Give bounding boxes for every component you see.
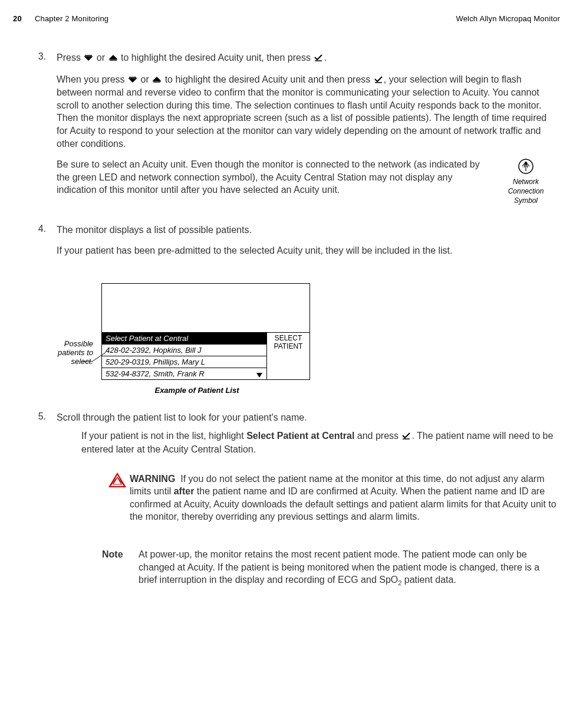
network-connection-callout: Network Connection Symbol	[495, 158, 556, 206]
down-arrow-icon	[127, 74, 138, 87]
step3-p2-b: or	[141, 74, 149, 84]
down-arrow-icon	[83, 52, 94, 65]
step3-text-a: Press	[57, 53, 81, 63]
callout-l2: patients to	[17, 348, 93, 357]
side-line2: PATIENT	[267, 342, 309, 350]
warning-text-b: the patient name and ID are confirmed at…	[130, 486, 556, 522]
side-line1: SELECT	[267, 334, 309, 342]
step4-p2: If your patient has been pre-admitted to…	[57, 244, 556, 257]
warning-block: WARNING If you do not select the patient…	[105, 473, 556, 523]
step3-text-d: .	[324, 53, 326, 63]
step3-text-b: or	[97, 53, 105, 63]
step5-p2-b: and press	[354, 431, 401, 441]
step4-line1: The monitor displays a list of possible …	[57, 224, 556, 237]
up-arrow-icon	[108, 52, 118, 65]
note-text-b: patient data.	[401, 575, 456, 585]
step5-line1: Scroll through the patient list to look …	[57, 411, 556, 424]
warning-text-bold: after	[174, 486, 195, 496]
step3-text-c: to highlight the desired Acuity unit, th…	[121, 53, 311, 63]
callout-l3: select.	[17, 357, 93, 366]
patient-list-rows: Select Patient at Central 428-02-2392, H…	[102, 333, 267, 379]
device-screen-top	[102, 284, 309, 333]
step-3: 3. Press or to highlight the desired Acu…	[17, 51, 556, 214]
chapter-title: Chapter 2 Monitoring	[35, 14, 108, 23]
note-text-a: At power-up, the monitor retains the mos…	[139, 549, 539, 585]
step-4-number: 4.	[17, 224, 57, 265]
page-number: 20	[13, 14, 22, 23]
patient-list-title-row: Select Patient at Central	[102, 333, 266, 345]
note-block: Note At power-up, the monitor retains th…	[102, 548, 556, 588]
device-screen: Select Patient at Central 428-02-2392, H…	[101, 283, 310, 380]
checkmark-icon	[401, 430, 411, 443]
product-name: Welch Allyn Micropaq Monitor	[456, 14, 560, 23]
step-5-number: 5.	[17, 411, 57, 462]
step3-p2-a: When you press	[57, 74, 125, 84]
up-arrow-icon	[152, 74, 162, 87]
step5-p2-bold: Select Patient at Central	[246, 431, 354, 441]
patient-row-3: 532-94-8372, Smith, Frank R	[102, 368, 266, 379]
step-5: 5. Scroll through the patient list to lo…	[17, 411, 556, 462]
warning-label: WARNING	[130, 474, 175, 484]
step3-p3: Be sure to select an Acuity unit. Even t…	[57, 159, 480, 195]
patient-row-1: 428-02-2392, Hopkins, Bill J	[102, 345, 266, 356]
note-label: Note	[102, 548, 139, 588]
scroll-more-down-icon	[256, 371, 263, 380]
callout-l1: Possible	[17, 339, 93, 348]
patient-list-figure: Possible patients to select. Select Pati…	[17, 283, 556, 395]
patient-row-2: 520-29-0319, Phillips, Mary L	[102, 356, 266, 368]
step5-p2-a: If your patient is not in the list, high…	[81, 431, 246, 441]
patient-row-3-text: 532-94-8372, Smith, Frank R	[106, 369, 205, 378]
figure-caption: Example of Patient List	[93, 386, 301, 395]
netconn-label-1: Network Connection	[495, 177, 556, 196]
device-side-panel: SELECT PATIENT	[267, 333, 309, 379]
callout-leader-line	[83, 347, 106, 369]
step-4: 4. The monitor displays a list of possib…	[17, 224, 556, 265]
page-header: 20 Chapter 2 Monitoring Welch Allyn Micr…	[13, 14, 560, 23]
step-3-number: 3.	[17, 51, 57, 214]
warning-icon	[105, 473, 130, 523]
step3-p2-c: to highlight the desired Acuity unit and…	[165, 74, 371, 84]
checkmark-icon	[313, 52, 324, 65]
netconn-label-2: Symbol	[495, 196, 556, 205]
checkmark-icon	[373, 74, 384, 87]
network-connection-icon	[518, 158, 534, 175]
